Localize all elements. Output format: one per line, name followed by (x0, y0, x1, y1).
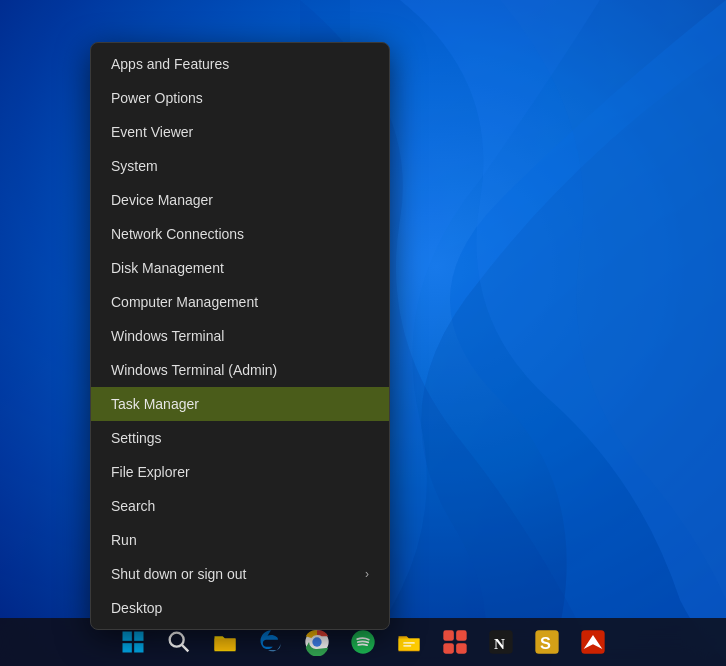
menu-item-windows-terminal-admin[interactable]: Windows Terminal (Admin) (91, 353, 389, 387)
svg-line-6 (182, 645, 188, 651)
taskbar-notion-button[interactable]: N (479, 620, 523, 664)
menu-item-label-file-explorer: File Explorer (111, 464, 190, 480)
menu-item-label-event-viewer: Event Viewer (111, 124, 193, 140)
menu-item-label-apps-features: Apps and Features (111, 56, 229, 72)
menu-item-label-computer-management: Computer Management (111, 294, 258, 310)
menu-item-system[interactable]: System (91, 149, 389, 183)
menu-item-label-search: Search (111, 498, 155, 514)
menu-item-label-settings: Settings (111, 430, 162, 446)
svg-rect-10 (403, 642, 415, 644)
menu-item-label-device-manager: Device Manager (111, 192, 213, 208)
menu-item-device-manager[interactable]: Device Manager (91, 183, 389, 217)
menu-item-shut-down-sign-out[interactable]: Shut down or sign out› (91, 557, 389, 591)
menu-item-label-system: System (111, 158, 158, 174)
menu-item-file-explorer[interactable]: File Explorer (91, 455, 389, 489)
submenu-chevron-shut-down-sign-out: › (365, 567, 369, 581)
menu-item-label-power-options: Power Options (111, 90, 203, 106)
menu-item-power-options[interactable]: Power Options (91, 81, 389, 115)
menu-item-task-manager[interactable]: Task Manager (91, 387, 389, 421)
menu-item-event-viewer[interactable]: Event Viewer (91, 115, 389, 149)
svg-point-5 (170, 633, 184, 647)
menu-item-run[interactable]: Run (91, 523, 389, 557)
menu-item-desktop[interactable]: Desktop (91, 591, 389, 625)
menu-item-label-network-connections: Network Connections (111, 226, 244, 242)
menu-item-label-run: Run (111, 532, 137, 548)
taskbar-files-button[interactable] (387, 620, 431, 664)
taskbar-superlist-button[interactable]: S (525, 620, 569, 664)
menu-item-windows-terminal[interactable]: Windows Terminal (91, 319, 389, 353)
svg-rect-12 (443, 630, 454, 641)
menu-item-search[interactable]: Search (91, 489, 389, 523)
menu-item-label-windows-terminal: Windows Terminal (111, 328, 224, 344)
svg-point-8 (312, 637, 321, 646)
taskbar-airmail-button[interactable] (571, 620, 615, 664)
menu-item-label-shut-down-sign-out: Shut down or sign out (111, 566, 246, 582)
svg-rect-13 (456, 630, 467, 641)
svg-text:N: N (494, 635, 505, 652)
context-menu: Apps and FeaturesPower OptionsEvent View… (90, 42, 390, 630)
menu-item-label-disk-management: Disk Management (111, 260, 224, 276)
menu-item-apps-features[interactable]: Apps and Features (91, 47, 389, 81)
svg-rect-1 (123, 632, 132, 641)
menu-item-settings[interactable]: Settings (91, 421, 389, 455)
menu-item-label-windows-terminal-admin: Windows Terminal (Admin) (111, 362, 277, 378)
svg-rect-14 (443, 643, 454, 654)
menu-item-computer-management[interactable]: Computer Management (91, 285, 389, 319)
menu-item-label-desktop: Desktop (111, 600, 162, 616)
taskbar-hashboard-button[interactable] (433, 620, 477, 664)
menu-item-disk-management[interactable]: Disk Management (91, 251, 389, 285)
svg-rect-4 (134, 643, 143, 652)
menu-item-label-task-manager: Task Manager (111, 396, 199, 412)
svg-rect-3 (123, 643, 132, 652)
menu-item-network-connections[interactable]: Network Connections (91, 217, 389, 251)
svg-rect-15 (456, 643, 467, 654)
svg-rect-2 (134, 632, 143, 641)
svg-text:S: S (540, 634, 551, 652)
svg-rect-11 (403, 645, 411, 647)
